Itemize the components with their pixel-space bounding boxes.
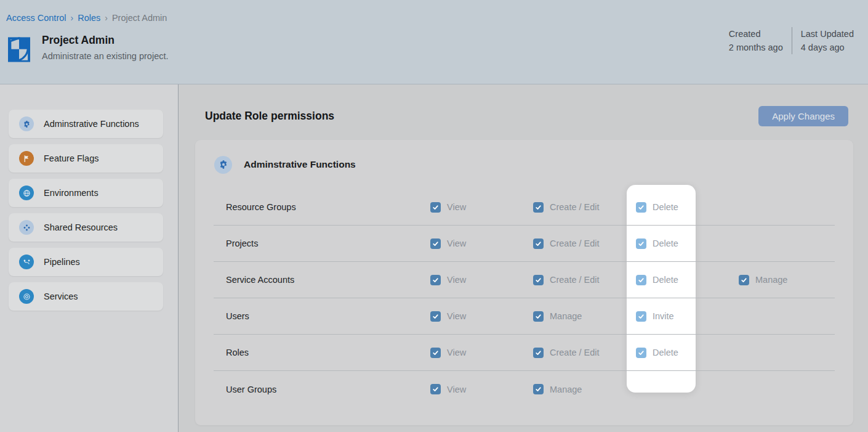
checkbox-checked-icon[interactable] <box>430 238 441 249</box>
sidebar-item-label: Pipelines <box>44 257 80 267</box>
checkbox-checked-icon[interactable] <box>533 384 544 394</box>
row-label: Roles <box>226 348 430 357</box>
checkbox-checked-icon[interactable] <box>430 348 441 358</box>
breadcrumb-link-access-control[interactable]: Access Control <box>6 13 66 23</box>
section-heading: Update Role permissions <box>205 110 334 123</box>
row-label: Resource Groups <box>226 202 430 212</box>
permission-checkbox-invite[interactable]: Invite <box>636 311 739 322</box>
table-row: Projects View Create / Edit Delete <box>214 226 835 262</box>
permissions-card: Adminstrative Functions Resource Groups … <box>195 140 853 425</box>
permission-label: Delete <box>653 238 678 248</box>
gear-icon <box>214 156 232 174</box>
checkbox-checked-icon[interactable] <box>636 275 646 285</box>
permission-label: Invite <box>653 311 674 321</box>
permission-label: View <box>447 238 466 248</box>
checkbox-checked-icon[interactable] <box>636 348 646 358</box>
permission-checkbox-delete[interactable]: Delete <box>636 275 739 285</box>
permission-checkbox-view[interactable]: View <box>430 275 533 285</box>
permission-label: Create / Edit <box>550 275 600 285</box>
table-row: Users View Manage Invite <box>214 298 835 335</box>
table-row: Resource Groups View Create / Edit Delet… <box>214 189 835 226</box>
permission-checkbox-delete[interactable]: Delete <box>636 348 739 358</box>
permission-checkbox-delete[interactable]: Delete <box>636 238 739 249</box>
content-area: Adminstrative Functions Feature Flags En… <box>0 84 868 432</box>
permission-checkbox-delete[interactable]: Delete <box>636 202 739 213</box>
page-title: Project Admin <box>42 34 115 47</box>
permission-label: Create / Edit <box>550 202 600 212</box>
permission-label: View <box>447 311 466 321</box>
breadcrumb-link-roles[interactable]: Roles <box>78 13 100 23</box>
permission-label: Delete <box>653 348 678 357</box>
permission-label: View <box>447 385 466 394</box>
permission-label: View <box>447 348 466 357</box>
pipeline-icon <box>19 255 34 269</box>
card-title: Adminstrative Functions <box>244 159 356 170</box>
breadcrumb: Access Control › Roles › Project Admin <box>6 13 167 23</box>
permission-checkbox-manage[interactable]: Manage <box>533 384 636 394</box>
permission-label: View <box>447 202 466 212</box>
permission-checkbox-create-edit[interactable]: Create / Edit <box>533 275 636 285</box>
created-value: 2 months ago <box>729 41 783 54</box>
card-header: Adminstrative Functions <box>195 140 853 189</box>
checkbox-checked-icon[interactable] <box>430 202 441 213</box>
checkbox-checked-icon[interactable] <box>739 275 749 285</box>
page-header: Access Control › Roles › Project Admin P… <box>0 0 868 84</box>
sidebar-item-label: Services <box>44 291 78 301</box>
sidebar-item-feature-flags[interactable]: Feature Flags <box>9 144 163 173</box>
checkbox-checked-icon[interactable] <box>636 238 646 249</box>
checkbox-checked-icon[interactable] <box>533 311 544 322</box>
checkbox-checked-icon[interactable] <box>533 202 544 213</box>
created-label: Created <box>729 27 783 41</box>
gear-icon <box>19 116 34 131</box>
permission-checkbox-create-edit[interactable]: Create / Edit <box>533 238 636 249</box>
checkbox-checked-icon[interactable] <box>533 238 544 249</box>
sidebar-item-services[interactable]: Services <box>9 282 163 311</box>
row-label: User Groups <box>226 385 430 394</box>
sidebar-item-label: Adminstrative Functions <box>44 119 139 129</box>
permission-label: Manage <box>755 275 787 285</box>
apply-changes-button[interactable]: Apply Changes <box>758 106 848 126</box>
services-icon <box>19 289 34 304</box>
sidebar-item-environments[interactable]: Environments <box>9 179 163 207</box>
table-row: Roles View Create / Edit Delete <box>214 335 835 371</box>
last-updated-label: Last Updated <box>801 27 854 41</box>
checkbox-checked-icon[interactable] <box>636 202 646 213</box>
permission-checkbox-view[interactable]: View <box>430 238 533 249</box>
sidebar-item-shared-resources[interactable]: Shared Resources <box>9 213 163 242</box>
sidebar-item-label: Environments <box>44 188 98 198</box>
last-updated-value: 4 days ago <box>801 41 854 54</box>
sidebar: Adminstrative Functions Feature Flags En… <box>0 84 179 432</box>
checkbox-checked-icon[interactable] <box>533 348 544 358</box>
environment-icon <box>19 185 34 200</box>
sidebar-item-adminstrative-functions[interactable]: Adminstrative Functions <box>9 110 163 138</box>
permission-checkbox-view[interactable]: View <box>430 202 533 213</box>
page-subtitle: Administrate an existing project. <box>42 51 169 61</box>
created-meta: Created 2 months ago <box>720 27 792 54</box>
table-row: Service Accounts View Create / Edit Dele… <box>214 262 835 298</box>
last-updated-meta: Last Updated 4 days ago <box>792 27 862 54</box>
checkbox-checked-icon[interactable] <box>430 275 441 285</box>
permission-checkbox-view[interactable]: View <box>430 311 533 322</box>
flag-icon <box>19 151 34 166</box>
checkbox-checked-icon[interactable] <box>636 311 646 322</box>
shared-resources-icon <box>19 220 34 235</box>
permission-checkbox-view[interactable]: View <box>430 384 533 394</box>
main-topbar: Update Role permissions Apply Changes <box>205 106 848 126</box>
role-shield-icon <box>8 36 30 63</box>
permission-label: Manage <box>550 311 582 321</box>
checkbox-checked-icon[interactable] <box>533 275 544 285</box>
permission-checkbox-view[interactable]: View <box>430 348 533 358</box>
permission-checkbox-manage[interactable]: Manage <box>533 311 636 322</box>
permission-checkbox-create-edit[interactable]: Create / Edit <box>533 202 636 213</box>
permission-label: View <box>447 275 466 285</box>
permission-label: Create / Edit <box>550 348 600 357</box>
permission-checkbox-manage[interactable]: Manage <box>739 275 835 285</box>
permission-checkbox-create-edit[interactable]: Create / Edit <box>533 348 636 358</box>
checkbox-checked-icon[interactable] <box>430 384 441 394</box>
role-meta: Created 2 months ago Last Updated 4 days… <box>720 27 862 54</box>
row-label: Users <box>226 311 430 321</box>
permission-label: Delete <box>653 202 678 212</box>
sidebar-item-pipelines[interactable]: Pipelines <box>9 248 163 276</box>
chevron-right-icon: › <box>71 13 74 23</box>
checkbox-checked-icon[interactable] <box>430 311 441 322</box>
